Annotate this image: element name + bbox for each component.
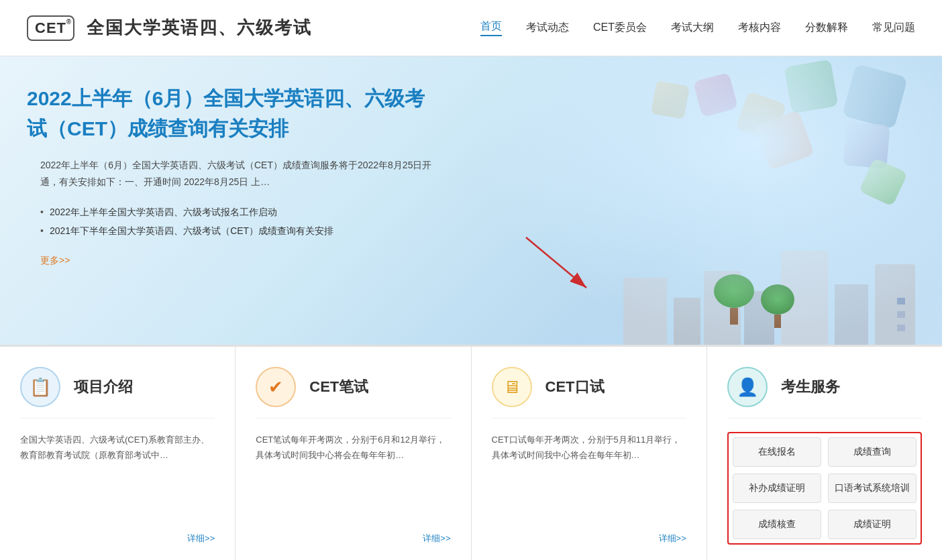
site-header: CET ® 全国大学英语四、六级考试 首页 考试动态 CET委员会 考试大纲 考…: [0, 0, 942, 56]
hero-link-1[interactable]: 2022年上半年全国大学英语四、六级考试报名工作启动: [40, 207, 443, 219]
card-intro-header: 📋 项目介绍: [20, 367, 215, 418]
main-nav: 首页 考试动态 CET委员会 考试大纲 考核内容 分数解释 常见问题: [480, 19, 915, 36]
nav-content[interactable]: 考核内容: [738, 21, 781, 35]
card-intro-title: 项目介绍: [74, 377, 133, 397]
card-intro: 📋 项目介绍 全国大学英语四、六级考试(CET)系教育部主办、教育部教育考试院（…: [0, 347, 235, 560]
card-oral-icon: 🖥: [492, 367, 532, 407]
deco-cube-1: [842, 64, 908, 129]
service-grid: 在线报名 成绩查询 补办成绩证明 口语考试系统培训 成绩核查 成绩证明: [733, 437, 917, 539]
btn-score-review[interactable]: 成绩核查: [733, 510, 821, 539]
nav-committee[interactable]: CET委员会: [593, 21, 647, 35]
hero-more-link[interactable]: 更多>>: [40, 255, 70, 267]
btn-online-register[interactable]: 在线报名: [733, 437, 821, 467]
deco-cube-8: [651, 80, 690, 119]
nav-home[interactable]: 首页: [480, 19, 502, 36]
card-service: 👤 考生服务 在线报名 成绩查询 补办成绩证明 口语考试系统培训 成绩核查 成绩…: [707, 347, 942, 560]
card-service-header: 👤 考生服务: [727, 367, 922, 418]
nav-faq[interactable]: 常见问题: [872, 21, 915, 35]
hero-description: 2022年上半年（6月）全国大学英语四、六级考试（CET）成绩查询服务将于202…: [27, 157, 443, 190]
registered-mark: ®: [66, 18, 72, 25]
logo-text: CET: [35, 19, 66, 36]
card-intro-body: 全国大学英语四、六级考试(CET)系教育部主办、教育部教育考试院（原教育部考试中…: [20, 432, 215, 522]
card-oral-body: CET口试每年开考两次，分别于5月和11月举行，具体考试时间我中心将会在每年年初…: [492, 432, 686, 522]
card-oral-detail[interactable]: 详细>>: [492, 533, 686, 545]
card-intro-detail[interactable]: 详细>>: [20, 533, 215, 545]
card-written-icon: ✔: [256, 367, 296, 407]
deco-cube-4: [693, 72, 738, 117]
hero-links: 2022年上半年全国大学英语四、六级考试报名工作启动 2021年下半年全国大学英…: [27, 207, 443, 237]
btn-score-cert[interactable]: 成绩证明: [828, 510, 917, 539]
hero-title: 2022上半年（6月）全国大学英语四、六级考试（CET）成绩查询有关安排: [27, 83, 443, 144]
deco-cube-2: [784, 59, 838, 113]
btn-oral-training[interactable]: 口语考试系统培训: [828, 473, 917, 503]
card-written-detail[interactable]: 详细>>: [256, 533, 450, 545]
service-buttons-highlight: 在线报名 成绩查询 补办成绩证明 口语考试系统培训 成绩核查 成绩证明: [727, 432, 922, 545]
card-oral-title: CET口试: [545, 377, 605, 397]
card-written: ✔ CET笔试 CET笔试每年开考两次，分别于6月和12月举行，具体考试时间我中…: [235, 347, 471, 560]
hero-link-2[interactable]: 2021年下半年全国大学英语四、六级考试（CET）成绩查询有关安排: [40, 225, 443, 237]
logo-area: CET ® 全国大学英语四、六级考试: [27, 15, 312, 41]
card-written-header: ✔ CET笔试: [256, 367, 450, 418]
cet-logo: CET ®: [27, 15, 74, 41]
cards-section: 📋 项目介绍 全国大学英语四、六级考试(CET)系教育部主办、教育部教育考试院（…: [0, 345, 942, 560]
deco-tree: [714, 278, 754, 325]
card-oral: 🖥 CET口试 CET口试每年开考两次，分别于5月和11月举行，具体考试时间我中…: [472, 347, 707, 560]
nav-syllabus[interactable]: 考试大纲: [671, 21, 714, 35]
nav-score[interactable]: 分数解释: [805, 21, 848, 35]
hero-decoration: [486, 56, 942, 345]
card-service-title: 考生服务: [781, 377, 840, 397]
hero-content: 2022上半年（6月）全国大学英语四、六级考试（CET）成绩查询有关安排 202…: [27, 83, 443, 267]
card-oral-header: 🖥 CET口试: [492, 367, 686, 418]
card-written-body: CET笔试每年开考两次，分别于6月和12月举行，具体考试时间我中心将会在每年年初…: [256, 432, 450, 522]
site-title: 全国大学英语四、六级考试: [87, 16, 312, 40]
card-written-title: CET笔试: [309, 377, 368, 397]
card-intro-icon: 📋: [20, 367, 60, 407]
nav-exam-news[interactable]: 考试动态: [526, 21, 569, 35]
card-service-icon: 👤: [727, 367, 768, 407]
btn-score-query[interactable]: 成绩查询: [828, 437, 917, 467]
btn-reissue-cert[interactable]: 补办成绩证明: [733, 473, 821, 503]
hero-section: 2022上半年（6月）全国大学英语四、六级考试（CET）成绩查询有关安排 202…: [0, 56, 942, 345]
deco-tree-2: [761, 284, 794, 328]
